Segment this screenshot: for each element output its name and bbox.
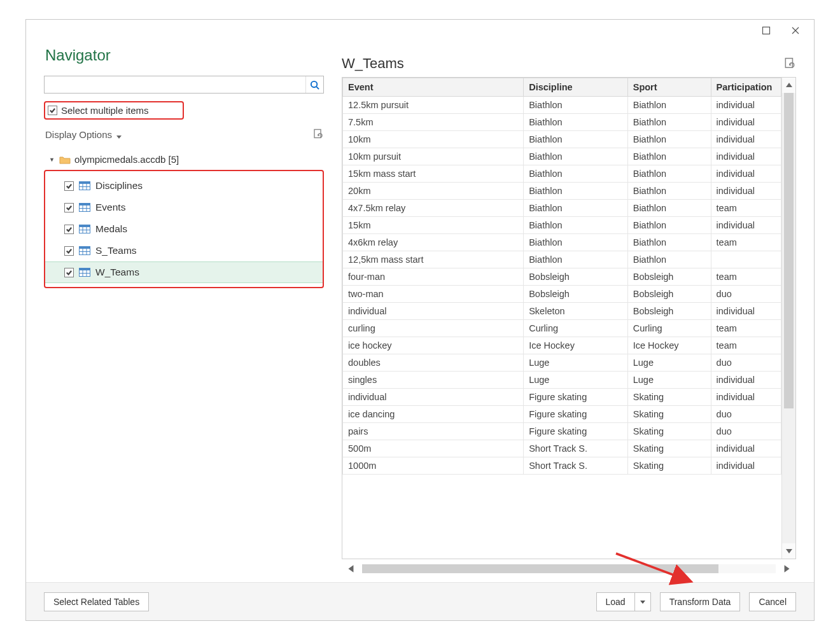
- table-cell: individual: [711, 97, 781, 114]
- table-row[interactable]: ice hockeyIce HockeyIce Hockeyteam: [343, 337, 781, 354]
- table-cell: 12,5km mass start: [343, 251, 524, 268]
- table-row[interactable]: 4x6km relayBiathlonBiathlonteam: [343, 234, 781, 251]
- tree-item-medals[interactable]: Medals: [45, 218, 323, 240]
- tree-item-w_teams[interactable]: W_Teams: [45, 261, 323, 283]
- tree-folder[interactable]: olympicmedals.accdb [5]: [44, 151, 324, 167]
- table-cell: Biathlon: [524, 183, 628, 200]
- scroll-down-icon[interactable]: [782, 543, 795, 559]
- table-row[interactable]: 15kmBiathlonBiathlonindividual: [343, 217, 781, 234]
- scroll-thumb[interactable]: [784, 93, 794, 408]
- table-row[interactable]: 12.5km pursuitBiathlonBiathlonindividual: [343, 97, 781, 114]
- refresh-icon[interactable]: [783, 57, 796, 70]
- preview-pane: W_Teams EventDisciplineSportParticipatio…: [324, 43, 796, 576]
- table-cell: 4x6km relay: [343, 234, 524, 251]
- table-cell: 15km mass start: [343, 165, 524, 183]
- table-cell: ice hockey: [343, 337, 524, 354]
- svg-rect-29: [80, 268, 90, 271]
- table-row[interactable]: 10kmBiathlonBiathlonindividual: [343, 131, 781, 148]
- tree-item-label: S_Teams: [95, 245, 137, 256]
- table-row[interactable]: 12,5km mass startBiathlonBiathlon: [343, 251, 781, 268]
- table-cell: Biathlon: [627, 131, 711, 148]
- maximize-button[interactable]: [752, 22, 781, 41]
- table-cell: 20km: [343, 183, 524, 200]
- table-cell: Biathlon: [627, 148, 711, 165]
- tree-item-events[interactable]: Events: [45, 197, 323, 218]
- table-row[interactable]: four-manBobsleighBobsleighteam: [343, 268, 781, 286]
- display-options-dropdown[interactable]: Display Options: [44, 129, 122, 140]
- horizontal-scrollbar[interactable]: [342, 562, 796, 576]
- file-refresh-icon[interactable]: [312, 129, 324, 140]
- table-cell: Bobsleigh: [627, 303, 711, 320]
- column-header[interactable]: Participation: [711, 78, 781, 97]
- table-row[interactable]: 500mShort Track S.Skatingindividual: [343, 440, 781, 457]
- table-cell: 10km: [343, 131, 524, 148]
- scroll-track[interactable]: [782, 93, 795, 543]
- table-cell: doubles: [343, 354, 524, 372]
- table-cell: Curling: [524, 320, 628, 337]
- table-row[interactable]: doublesLugeLugeduo: [343, 354, 781, 372]
- search-input[interactable]: [45, 77, 305, 92]
- tree-item-disciplines[interactable]: Disciplines: [45, 175, 323, 197]
- table-row[interactable]: curlingCurlingCurlingteam: [343, 320, 781, 337]
- table-row[interactable]: individualFigure skatingSkatingindividua…: [343, 389, 781, 406]
- table-cell: individual: [711, 440, 781, 457]
- table-cell: Bobsleigh: [627, 286, 711, 303]
- table-row[interactable]: 1000mShort Track S.Skatingindividual: [343, 457, 781, 475]
- table-cell: Short Track S.: [524, 457, 628, 475]
- table-cell: Biathlon: [524, 251, 628, 268]
- column-header[interactable]: Discipline: [524, 78, 628, 97]
- cancel-button[interactable]: Cancel: [749, 592, 796, 611]
- table-row[interactable]: 15km mass startBiathlonBiathlonindividua…: [343, 165, 781, 183]
- load-button[interactable]: Load: [596, 592, 634, 611]
- scroll-left-icon[interactable]: [342, 562, 361, 576]
- table-row[interactable]: two-manBobsleighBobsleighduo: [343, 286, 781, 303]
- table-cell: Biathlon: [627, 217, 711, 234]
- load-dropdown-button[interactable]: [634, 592, 651, 611]
- table-cell: Skating: [627, 406, 711, 423]
- column-header[interactable]: Sport: [627, 78, 711, 97]
- table-row[interactable]: pairsFigure skatingSkatingduo: [343, 423, 781, 440]
- scroll-track-horizontal[interactable]: [362, 564, 776, 573]
- tree-items-group: DisciplinesEventsMedalsS_TeamsW_Teams: [44, 170, 324, 288]
- table-row[interactable]: 10km pursuitBiathlonBiathlonindividual: [343, 148, 781, 165]
- table-cell: individual: [711, 389, 781, 406]
- table-icon: [79, 268, 90, 277]
- table-cell: Bobsleigh: [524, 286, 628, 303]
- table-row[interactable]: 4x7.5km relayBiathlonBiathlonteam: [343, 200, 781, 217]
- search-icon[interactable]: [305, 76, 323, 93]
- table-cell: Biathlon: [524, 148, 628, 165]
- table-row[interactable]: 7.5kmBiathlonBiathlonindividual: [343, 114, 781, 131]
- checkbox-icon: [64, 181, 74, 191]
- vertical-scrollbar[interactable]: [781, 78, 795, 559]
- column-header[interactable]: Event: [343, 78, 524, 97]
- table-cell: Biathlon: [524, 131, 628, 148]
- table-cell: Biathlon: [524, 200, 628, 217]
- table-row[interactable]: ice dancingFigure skatingSkatingduo: [343, 406, 781, 423]
- scroll-right-icon[interactable]: [777, 562, 796, 576]
- svg-marker-35: [786, 549, 792, 553]
- table-cell: individual: [711, 457, 781, 475]
- table-cell: Biathlon: [627, 251, 711, 268]
- tree-item-s_teams[interactable]: S_Teams: [45, 240, 323, 261]
- table-row[interactable]: individualSkeletonBobsleighindividual: [343, 303, 781, 320]
- table-cell: pairs: [343, 423, 524, 440]
- close-button[interactable]: [781, 22, 810, 41]
- table-cell: team: [711, 337, 781, 354]
- scroll-up-icon[interactable]: [782, 78, 795, 93]
- chevron-down-icon: [116, 131, 122, 137]
- table-cell: individual: [711, 131, 781, 148]
- select-multiple-items-checkbox[interactable]: Select multiple items: [44, 101, 184, 120]
- collapse-caret-icon[interactable]: [48, 154, 55, 165]
- search-field[interactable]: [44, 76, 324, 94]
- select-related-tables-button[interactable]: Select Related Tables: [44, 592, 149, 611]
- table-cell: individual: [711, 114, 781, 131]
- table-cell: Bobsleigh: [524, 268, 628, 286]
- checkbox-icon: [64, 225, 74, 234]
- left-pane: Navigator Select multiple items: [44, 43, 324, 576]
- table-cell: Biathlon: [627, 200, 711, 217]
- table-row[interactable]: singlesLugeLugeindividual: [343, 372, 781, 389]
- transform-data-button[interactable]: Transform Data: [660, 592, 741, 611]
- table-cell: two-man: [343, 286, 524, 303]
- table-row[interactable]: 20kmBiathlonBiathlonindividual: [343, 183, 781, 200]
- table-cell: individual: [711, 217, 781, 234]
